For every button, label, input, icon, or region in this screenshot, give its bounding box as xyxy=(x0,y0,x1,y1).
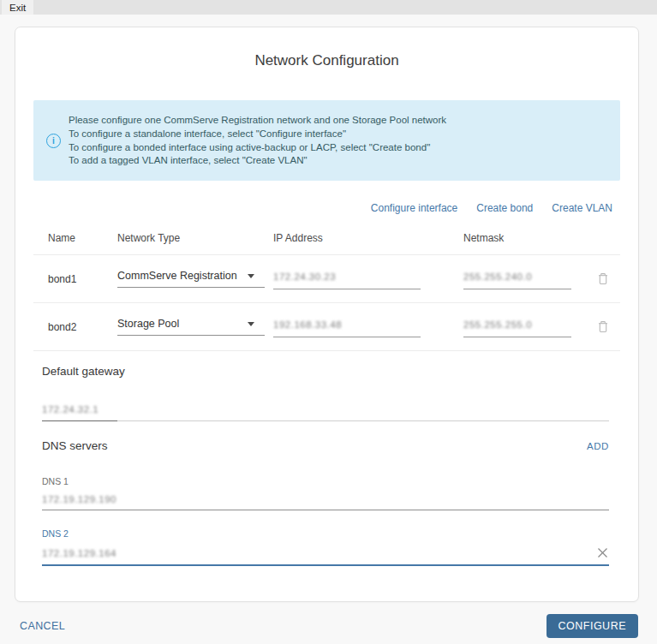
netmask-value: 255.255.240.0 xyxy=(463,271,532,282)
info-banner: i Please configure one CommServe Registr… xyxy=(33,100,620,181)
chevron-down-icon xyxy=(248,322,254,326)
trash-icon xyxy=(596,271,610,286)
chevron-down-icon xyxy=(248,274,254,278)
clear-dns2-button[interactable] xyxy=(596,546,609,559)
create-vlan-link[interactable]: Create VLAN xyxy=(552,202,612,214)
dns2-value: 172.19.129.164 xyxy=(42,548,116,558)
header-ip-address: IP Address xyxy=(273,232,421,244)
default-gateway-input[interactable]: 172.24.32.1 xyxy=(42,401,609,421)
dialog-title: Network Configuration xyxy=(15,52,638,69)
network-type-select[interactable]: Storage Pool xyxy=(117,318,265,336)
dns1-value: 172.19.129.190 xyxy=(42,494,116,504)
default-gateway-value: 172.24.32.1 xyxy=(42,404,99,414)
info-icon: i xyxy=(46,134,61,148)
netmask-value: 255.255.255.0 xyxy=(463,319,532,330)
delete-interface-button[interactable] xyxy=(596,271,610,286)
netmask-input[interactable]: 255.255.240.0 xyxy=(463,268,571,289)
configure-interface-link[interactable]: Configure interface xyxy=(371,202,457,214)
table-action-links: Configure interface Create bond Create V… xyxy=(33,202,612,214)
info-line: To configure a standalone interface, sel… xyxy=(69,128,446,141)
network-type-value: CommServe Registration xyxy=(117,270,237,282)
info-line: To configure a bonded interface using ac… xyxy=(69,141,446,155)
info-text: Please configure one CommServe Registrat… xyxy=(69,114,446,168)
dns-servers-label: DNS servers xyxy=(42,439,108,452)
interface-name: bond1 xyxy=(33,273,103,285)
cancel-button[interactable]: CANCEL xyxy=(20,620,65,632)
network-configuration-dialog: Network Configuration i Please configure… xyxy=(15,27,639,602)
network-table: Name Network Type IP Address Netmask bon… xyxy=(33,232,620,351)
table-row: bond1 CommServe Registration 172.24.30.2… xyxy=(33,255,620,303)
add-dns-link[interactable]: ADD xyxy=(587,441,609,451)
network-type-value: Storage Pool xyxy=(117,318,179,330)
configure-button[interactable]: CONFIGURE xyxy=(547,614,639,638)
info-line: Please configure one CommServe Registrat… xyxy=(69,114,446,128)
table-row: bond2 Storage Pool 192.168.33.48 255.255… xyxy=(33,303,620,351)
header-network-type: Network Type xyxy=(117,232,265,244)
dns2-label: DNS 2 xyxy=(42,528,609,539)
dns1-field[interactable]: DNS 1 172.19.129.190 xyxy=(42,476,609,510)
create-bond-link[interactable]: Create bond xyxy=(476,202,533,214)
ip-address-value: 192.168.33.48 xyxy=(273,319,342,330)
ip-address-input[interactable]: 192.168.33.48 xyxy=(273,316,421,337)
header-netmask: Netmask xyxy=(463,232,571,244)
default-gateway-label: Default gateway xyxy=(42,365,620,378)
network-type-select[interactable]: CommServe Registration xyxy=(117,270,265,288)
info-line: To add a tagged VLAN interface, select "… xyxy=(69,154,446,168)
exit-button[interactable]: Exit xyxy=(2,0,33,15)
netmask-input[interactable]: 255.255.255.0 xyxy=(463,316,571,337)
ip-address-input[interactable]: 172.24.30.23 xyxy=(273,268,421,289)
interface-name: bond2 xyxy=(33,321,103,333)
dns1-label: DNS 1 xyxy=(42,476,609,486)
ip-address-value: 172.24.30.23 xyxy=(273,271,336,282)
dns2-field[interactable]: DNS 2 172.19.129.164 xyxy=(42,528,609,566)
header-name: Name xyxy=(33,232,103,244)
trash-icon xyxy=(596,319,610,334)
window-top-bar: Exit xyxy=(0,0,657,15)
table-header-row: Name Network Type IP Address Netmask xyxy=(33,232,620,255)
close-icon xyxy=(596,546,609,559)
delete-interface-button[interactable] xyxy=(596,319,610,334)
